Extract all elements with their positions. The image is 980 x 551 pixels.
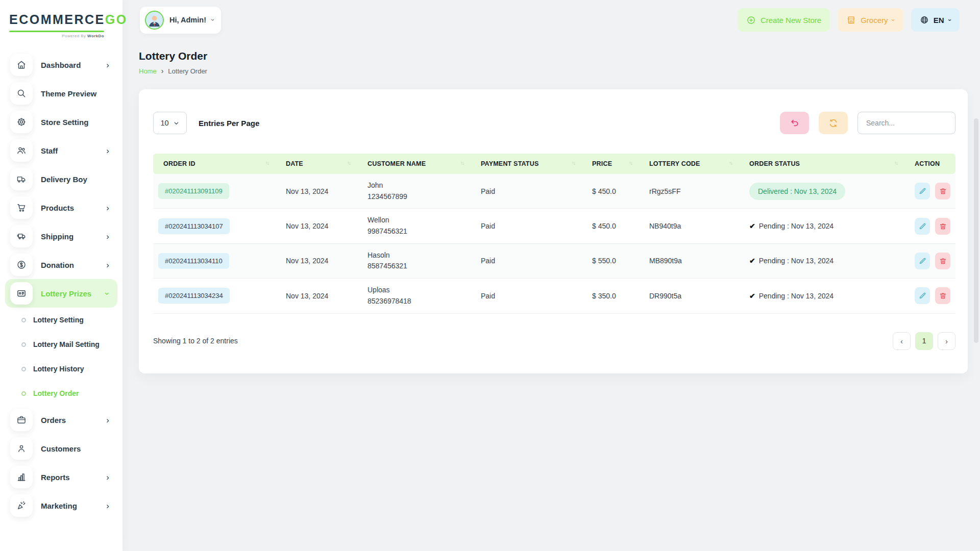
order-date: Nov 13, 2024	[286, 222, 328, 230]
sidebar-item-lottery-prizes[interactable]: Lottery Prizes	[5, 279, 117, 308]
language-selector-button[interactable]: EN	[911, 8, 960, 32]
sidebar-item-customers[interactable]: Customers	[5, 434, 117, 463]
sidebar-item-staff[interactable]: Staff	[5, 136, 117, 165]
order-id-badge[interactable]: #020241113034234	[158, 288, 230, 304]
row-actions	[915, 218, 950, 235]
sidebar-item-delivery-boy[interactable]: Delivery Boy	[5, 165, 117, 193]
col-header-action: ACTION	[910, 154, 955, 174]
scrollbar-thumb[interactable]	[974, 118, 978, 343]
brand-tagline: Powered By WorkDo	[9, 34, 104, 38]
briefcase-icon	[10, 409, 33, 431]
sidebar-item-label: Store Setting	[41, 118, 88, 127]
payment-status: Paid	[481, 257, 495, 265]
customer-name: Hasoln	[368, 250, 471, 261]
order-date: Nov 13, 2024	[286, 292, 328, 300]
refresh-button[interactable]	[819, 112, 848, 134]
home-icon	[10, 54, 33, 76]
order-id-badge[interactable]: #020241113034110	[158, 253, 229, 269]
undo-button[interactable]	[780, 112, 809, 134]
sidebar-item-marketing[interactable]: Marketing	[5, 491, 117, 520]
shipping-truck-icon	[10, 225, 33, 247]
topbar-actions: Create New Store Grocery EN	[738, 8, 960, 32]
edit-button[interactable]	[915, 287, 930, 304]
refresh-icon	[828, 118, 838, 128]
scrollbar-track[interactable]	[974, 0, 978, 551]
party-popper-icon	[10, 494, 33, 517]
create-new-store-button[interactable]: Create New Store	[738, 8, 830, 32]
storefront-icon	[846, 15, 856, 25]
sidebar-item-store-setting[interactable]: Store Setting	[5, 108, 117, 136]
row-actions	[915, 287, 950, 304]
sidebar-subitem-lottery-order[interactable]: Lottery Order	[0, 381, 122, 406]
lottery-order-card: 10 Entries Per Page ORDER ID DATE CUSTOM…	[139, 89, 968, 373]
order-id-badge[interactable]: #020241113091109	[158, 183, 229, 199]
customer-phone: 8587456321	[368, 261, 471, 272]
col-header-date[interactable]: DATE	[281, 154, 362, 174]
col-header-order-id[interactable]: ORDER ID	[153, 154, 281, 174]
sidebar-subitem-lottery-setting[interactable]: Lottery Setting	[0, 308, 122, 332]
order-id-badge[interactable]: #020241113034107	[158, 218, 230, 234]
truck-icon	[10, 168, 33, 190]
delete-button[interactable]	[935, 287, 950, 304]
sort-icon	[347, 160, 350, 166]
globe-icon	[920, 15, 929, 24]
brand-logo[interactable]: ECOMMERCEGO Powered By WorkDo	[0, 0, 122, 42]
col-header-order-status[interactable]: ORDER STATUS	[744, 154, 910, 174]
chevron-down-icon	[892, 16, 894, 24]
sidebar-item-label: Theme Preview	[41, 89, 96, 98]
pencil-icon	[919, 292, 926, 299]
order-date: Nov 13, 2024	[286, 187, 328, 195]
edit-button[interactable]	[915, 218, 930, 235]
col-header-price[interactable]: PRICE	[587, 154, 644, 174]
edit-button[interactable]	[915, 183, 930, 199]
undo-icon	[790, 118, 800, 128]
col-header-customer-name[interactable]: CUSTOMER NAME	[362, 154, 476, 174]
sidebar-item-reports[interactable]: Reports	[5, 463, 117, 491]
sidebar-subitem-label: Lottery History	[33, 365, 84, 373]
pagination: 1	[893, 332, 955, 350]
row-actions	[915, 183, 950, 199]
customer-name: Uploas	[368, 285, 471, 296]
table-row: #020241113091109 Nov 13, 2024 John 12345…	[153, 174, 955, 209]
customer-name: John	[368, 180, 471, 191]
sidebar-subitem-lottery-history[interactable]: Lottery History	[0, 357, 122, 381]
col-header-lottery-code[interactable]: LOTTERY CODE	[644, 154, 744, 174]
sidebar-item-dashboard[interactable]: Dashboard	[5, 51, 117, 79]
pagination-prev-button[interactable]	[893, 332, 911, 350]
col-header-payment-status[interactable]: PAYMENT STATUS	[476, 154, 587, 174]
bullet-icon	[21, 342, 26, 347]
delete-button[interactable]	[935, 218, 950, 235]
entries-per-page-select[interactable]: 10	[153, 112, 187, 134]
sidebar-item-orders[interactable]: Orders	[5, 406, 117, 434]
sort-icon	[265, 160, 268, 166]
bullet-icon	[21, 391, 26, 396]
chevron-right-icon	[106, 204, 109, 212]
magnifier-icon	[10, 82, 33, 105]
pagination-next-button[interactable]	[938, 332, 955, 350]
chevron-down-icon	[949, 16, 951, 24]
sidebar-subitem-label: Lottery Setting	[33, 316, 84, 324]
delete-button[interactable]	[935, 253, 950, 269]
pencil-icon	[919, 187, 926, 195]
toolbar-actions	[780, 112, 955, 134]
sort-icon	[729, 160, 732, 166]
delete-button[interactable]	[935, 183, 950, 199]
sidebar-item-products[interactable]: Products	[5, 193, 117, 222]
sidebar-subitem-label: Lottery Mail Setting	[33, 340, 100, 348]
chevron-right-icon	[106, 232, 109, 241]
sidebar-item-theme-preview[interactable]: Theme Preview	[5, 79, 117, 108]
store-selector-button[interactable]: Grocery	[838, 8, 903, 32]
search-input[interactable]	[857, 112, 955, 134]
table-row: #020241113034234 Nov 13, 2024 Uploas 852…	[153, 279, 955, 313]
greeting-text: Hi, Admin!	[169, 16, 206, 24]
sidebar-item-donation[interactable]: Donation	[5, 251, 117, 279]
avatar	[145, 11, 164, 30]
pagination-page-1[interactable]: 1	[915, 332, 933, 350]
breadcrumb-home-link[interactable]: Home	[139, 67, 157, 75]
chevron-right-icon	[106, 146, 109, 155]
edit-button[interactable]	[915, 253, 930, 269]
sidebar-subitem-lottery-mail-setting[interactable]: Lottery Mail Setting	[0, 332, 122, 357]
bullet-icon	[21, 318, 26, 322]
profile-menu[interactable]: Hi, Admin!	[140, 7, 221, 34]
sidebar-item-shipping[interactable]: Shipping	[5, 222, 117, 251]
